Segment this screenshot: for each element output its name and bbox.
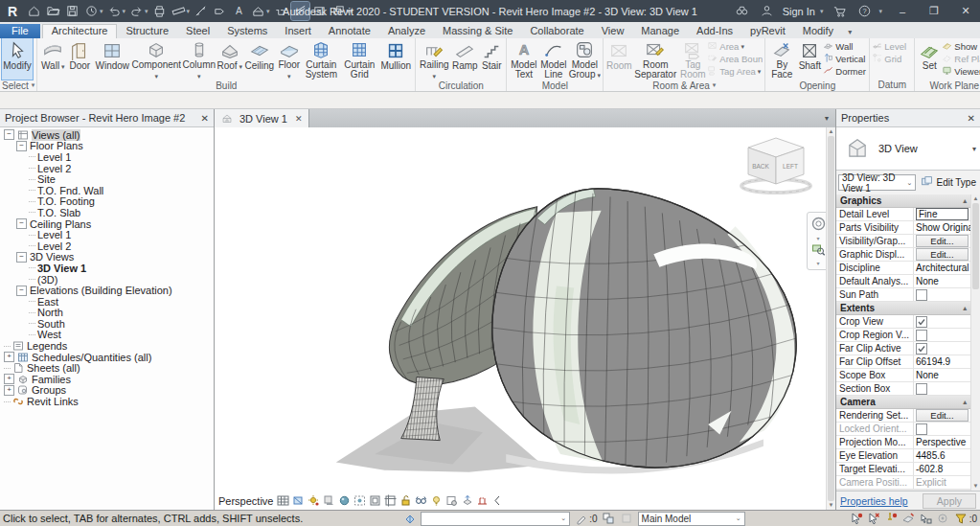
property-value[interactable]: None (914, 275, 970, 287)
property-value[interactable]: None (914, 369, 970, 381)
tag-by-category-icon[interactable] (211, 2, 229, 20)
panel-label-select[interactable]: Select▾ (2, 80, 34, 91)
tree-item-3d-views[interactable]: −3D Views (0, 252, 214, 263)
sun-path-icon[interactable] (307, 494, 320, 508)
zoom-region-icon[interactable] (811, 242, 826, 259)
open-icon[interactable] (44, 2, 62, 20)
close-inactive-windows-icon[interactable] (310, 2, 329, 20)
checkbox-checked[interactable] (916, 316, 927, 328)
print-icon[interactable] (150, 2, 169, 20)
property-value[interactable]: Edit... (914, 248, 970, 261)
by-face-button[interactable]: By Face (767, 38, 796, 80)
tree-item-south[interactable]: South (0, 318, 214, 330)
redo-caret-icon[interactable]: ▾ (145, 8, 148, 15)
help-icon[interactable]: ? (855, 2, 874, 20)
home-icon[interactable] (25, 2, 43, 20)
scale-icon[interactable] (276, 494, 289, 508)
restore-button[interactable]: ❐ (922, 0, 946, 22)
tree-item-t-o-slab[interactable]: T.O. Slab (0, 207, 214, 218)
property-value[interactable]: Architectural (914, 262, 970, 274)
panel-label-build[interactable]: Build (39, 80, 413, 91)
tree-item-t-o-footing[interactable]: T.O. Footing (0, 196, 214, 208)
panel-label-circulation[interactable]: Circulation (418, 80, 504, 91)
curtain-system-button[interactable]: Curtain System (302, 38, 340, 80)
visual-style-icon[interactable] (291, 494, 305, 508)
property-value[interactable] (914, 315, 970, 328)
tree-item-level-2[interactable]: Level 2 (0, 163, 214, 174)
checkbox-unchecked[interactable] (916, 289, 927, 301)
tag-room-button[interactable]: Tag Room ▾ (678, 38, 707, 80)
tree-item-north[interactable]: North (0, 308, 214, 319)
tree-item-east[interactable]: East (0, 296, 214, 308)
unlocked-view-icon[interactable] (399, 494, 412, 508)
panel-label-datum[interactable]: Datum (872, 79, 912, 91)
property-value[interactable] (914, 342, 970, 354)
model-line-button[interactable]: Model Line (538, 38, 568, 80)
customize-qat-icon[interactable]: ▾ (350, 8, 353, 15)
tab-view[interactable]: View (593, 24, 633, 38)
drag-on-selection-icon[interactable] (919, 512, 933, 525)
properties-header[interactable]: Properties ✕ (836, 109, 980, 127)
tree-item-groups[interactable]: +Groups (0, 385, 214, 397)
properties-close-icon[interactable]: ✕ (968, 113, 975, 124)
sign-in-button[interactable]: Sign In (783, 6, 815, 17)
filter-icon[interactable] (954, 512, 969, 525)
collapse-icon[interactable]: − (16, 252, 27, 263)
tree-item-schedules-quantities-all[interactable]: +Schedules/Quantities (all) (0, 352, 214, 363)
component-button[interactable]: Component ▾ (131, 38, 181, 80)
dormer-button[interactable]: Dormer (823, 65, 867, 78)
area-boundary-button[interactable]: Area Boundary (707, 53, 763, 65)
properties-scrollbar[interactable]: ▲ ▼ (970, 194, 980, 491)
door-button[interactable]: Door (66, 38, 93, 80)
revit-logo-button[interactable]: R (0, 0, 25, 22)
tab-insert[interactable]: Insert (276, 24, 320, 38)
mullion-button[interactable]: Mullion (378, 38, 413, 80)
tree-item-floor-plans[interactable]: −Floor Plans (0, 141, 214, 152)
properties-help-link[interactable]: Properties help (840, 495, 908, 507)
zoom-caret-icon[interactable]: ▾ (816, 260, 819, 266)
select-links-icon[interactable] (850, 512, 864, 525)
sync-with-central-icon[interactable] (82, 2, 101, 20)
tree-item-level-2[interactable]: Level 2 (0, 240, 214, 252)
visibility-grap-edit-button[interactable]: Edit... (916, 235, 969, 247)
properties-scroll-up-icon[interactable]: ▲ (971, 194, 980, 203)
expand-icon[interactable]: + (4, 374, 14, 384)
collapse-icon[interactable]: − (16, 141, 27, 151)
expand-icon[interactable]: + (4, 385, 14, 396)
collapse-icon[interactable]: − (4, 129, 14, 140)
tab-massing-site[interactable]: Massing & Site (434, 24, 521, 38)
sync-with-central-caret-icon[interactable]: ▾ (100, 8, 103, 15)
panel-label-work-plane[interactable]: Work Plane (917, 80, 980, 91)
tab-collaborate[interactable]: Collaborate (521, 24, 592, 38)
tag-area-button[interactable]: Tag Area▾ (707, 65, 763, 78)
level-button[interactable]: Level (872, 40, 912, 53)
render-region-icon[interactable] (353, 494, 366, 508)
property-value[interactable] (914, 382, 970, 395)
panel-label-room-area[interactable]: Room & Area▾ (605, 80, 763, 91)
tree-item-sheets-all[interactable]: Sheets (all) (0, 362, 214, 374)
roof-button[interactable]: Roof ▾ (217, 38, 242, 80)
floor-button[interactable]: Floor ▾ (276, 38, 302, 80)
section-header-graphics[interactable]: Graphics▴ (836, 194, 970, 208)
tree-item-level-1[interactable]: Level 1 (0, 151, 214, 163)
steering-wheel-caret-icon[interactable]: ▾ (816, 235, 819, 241)
property-value[interactable]: Edit... (914, 235, 970, 247)
viewer-button[interactable]: Viewer (942, 65, 980, 78)
close-button[interactable]: ✕ (953, 0, 978, 22)
tree-item-level-1[interactable]: Level 1 (0, 229, 214, 240)
checkbox-checked[interactable] (916, 343, 927, 354)
room-button[interactable]: Room (605, 38, 632, 80)
panel-label-model[interactable]: Model (509, 80, 601, 91)
shaft-button[interactable]: Shaft (796, 38, 823, 80)
background-processes-icon[interactable] (936, 512, 950, 525)
undo-caret-icon[interactable]: ▾ (123, 8, 126, 15)
type-selector[interactable]: 3D View ▾ (836, 127, 980, 171)
wall-button[interactable]: Wall ▾ (39, 38, 66, 80)
instance-combo[interactable]: 3D View: 3D View 1 ⌄ (838, 174, 916, 191)
crop-view-icon[interactable] (368, 494, 381, 508)
tab-systems[interactable]: Systems (218, 24, 276, 38)
set-button[interactable]: Set (917, 38, 942, 80)
default-3d-view-icon[interactable] (249, 2, 267, 20)
tree-item-views-all[interactable]: −Views (all) (0, 129, 214, 141)
tree-item-3d[interactable]: (3D) (0, 274, 214, 286)
